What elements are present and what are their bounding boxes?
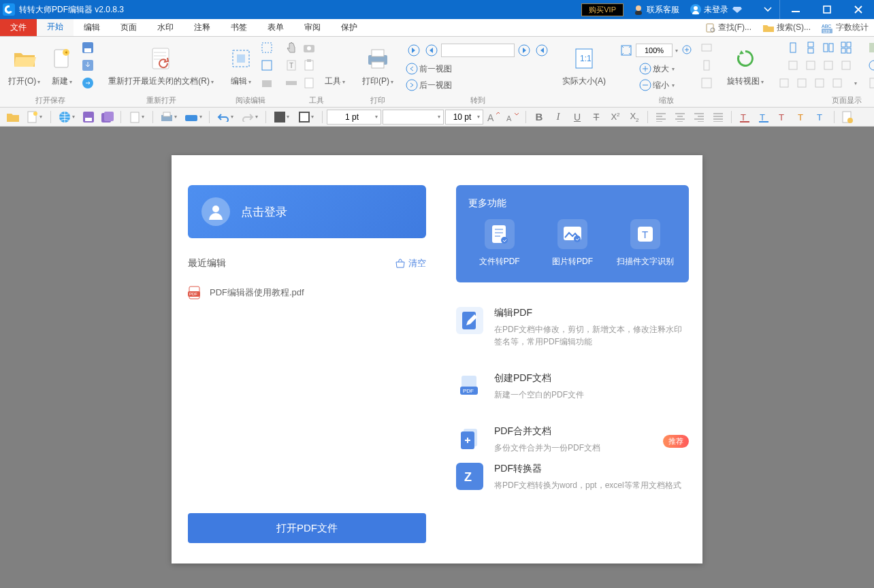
tab-page[interactable]: 页面 xyxy=(110,19,147,36)
stroke-color-button[interactable]: ▾ xyxy=(295,109,318,125)
qat-open-button[interactable] xyxy=(4,109,22,125)
align-left-button[interactable] xyxy=(652,109,670,125)
docinfo-button[interactable] xyxy=(301,75,317,91)
line-width-field[interactable]: 1 pt▾ xyxy=(327,110,381,125)
text-tool-button[interactable]: T xyxy=(283,57,300,74)
qat-print-button[interactable]: ▾ xyxy=(157,109,180,125)
view-opt1-button[interactable] xyxy=(866,57,874,74)
rotate-view-button[interactable]: 旋转视图▾ xyxy=(723,39,768,88)
bold-button[interactable]: B xyxy=(530,109,548,125)
single-page-button[interactable] xyxy=(785,39,801,56)
ocr-button[interactable]: T 扫描件文字识别 xyxy=(615,219,676,267)
disp-opt2-button[interactable] xyxy=(803,57,819,74)
camera-button[interactable] xyxy=(301,39,317,56)
tab-bookmark[interactable]: 书签 xyxy=(221,19,257,36)
qat-new-button[interactable]: ▾ xyxy=(23,109,46,125)
font-family-field[interactable]: ▾ xyxy=(383,110,444,125)
highlight5-button[interactable]: T xyxy=(812,109,830,125)
feature-create-pdf[interactable]: PDF 创建PDF文档新建一个空白的PDF文件 xyxy=(456,372,689,401)
hand-icon-button[interactable] xyxy=(283,39,300,56)
feature-convert-pdf[interactable]: Z PDF转换器将PDF文档转换为word，ppt，excel等常用文档格式 xyxy=(456,463,689,491)
tab-review[interactable]: 审阅 xyxy=(294,19,331,36)
open-button[interactable]: 打开(O)▾ xyxy=(4,39,44,88)
clear-recent-button[interactable]: 清空 xyxy=(395,257,426,270)
disp-opt1-button[interactable] xyxy=(785,57,801,74)
align-center-button[interactable] xyxy=(671,109,689,125)
recent-file-item[interactable]: PDF PDF编辑器使用教程.pdf xyxy=(188,282,426,304)
prev-page-button[interactable] xyxy=(423,42,440,59)
font-shrink-button[interactable]: A xyxy=(504,109,521,125)
save-button[interactable] xyxy=(80,39,96,56)
align-right-button[interactable] xyxy=(690,109,708,125)
italic-button[interactable]: I xyxy=(549,109,567,125)
measure-button[interactable] xyxy=(283,75,300,91)
highlight2-button[interactable]: T xyxy=(755,109,773,125)
highlight3-button[interactable]: T xyxy=(774,109,792,125)
fit-visible-button[interactable] xyxy=(698,75,715,91)
qat-save-all-button[interactable] xyxy=(99,109,116,125)
login-card[interactable]: 点击登录 xyxy=(188,185,426,238)
view-opt4-button[interactable] xyxy=(866,75,874,91)
tab-form[interactable]: 表单 xyxy=(257,19,294,36)
disp-opt5-button[interactable] xyxy=(776,75,792,91)
login-status-button[interactable]: 未登录 xyxy=(690,4,745,16)
image-to-pdf-button[interactable]: 图片转PDF xyxy=(542,219,603,267)
doc-props-button[interactable] xyxy=(839,109,856,125)
contact-support-button[interactable]: 联系客服 xyxy=(633,4,679,16)
font-size-field[interactable]: 10 pt▾ xyxy=(445,110,483,125)
facing-button[interactable] xyxy=(820,39,837,56)
next-view-button[interactable]: 后一视图 xyxy=(406,79,452,91)
zoom-input[interactable] xyxy=(636,44,673,57)
qat-save-button[interactable] xyxy=(80,109,97,125)
prev-view-button[interactable]: 前一视图 xyxy=(406,63,452,75)
qat-scan-button[interactable]: ▾ xyxy=(182,109,205,125)
fit-page-button[interactable] xyxy=(618,42,634,59)
print-button[interactable]: 打印(P)▾ xyxy=(358,39,398,88)
actual-size-button[interactable]: 1:1 实际大小(A) xyxy=(558,39,610,87)
tab-annotate[interactable]: 注释 xyxy=(184,19,221,36)
disp-more-button[interactable]: ▾ xyxy=(847,75,863,91)
page-number-input[interactable] xyxy=(441,44,515,57)
find-button[interactable]: 查找(F)... xyxy=(700,22,757,33)
tab-file[interactable]: 文件 xyxy=(0,19,37,36)
save-as-button[interactable] xyxy=(80,57,96,74)
disp-opt4-button[interactable] xyxy=(838,57,854,74)
superscript-button[interactable]: X2 xyxy=(606,109,624,125)
snapshot-button[interactable] xyxy=(259,75,275,91)
select-tool-button[interactable] xyxy=(259,57,275,74)
facing-continuous-button[interactable] xyxy=(838,39,854,56)
continuous-button[interactable] xyxy=(803,39,819,56)
tab-watermark[interactable]: 水印 xyxy=(147,19,184,36)
search-button[interactable]: 搜索(S)... xyxy=(757,22,816,33)
disp-opt6-button[interactable] xyxy=(794,75,810,91)
tab-edit[interactable]: 编辑 xyxy=(74,19,110,36)
disp-opt8-button[interactable] xyxy=(829,75,845,91)
reopen-recent-button[interactable]: 重新打开最近关闭的文档(R)▾ xyxy=(104,39,218,88)
fit-height-button[interactable] xyxy=(698,57,715,74)
disp-opt7-button[interactable] xyxy=(811,75,828,91)
wordcount-button[interactable]: ABC123字数统计 xyxy=(816,22,874,33)
maximize-button[interactable] xyxy=(811,0,843,19)
minimize-button[interactable] xyxy=(780,0,811,19)
tab-protect[interactable]: 保护 xyxy=(331,19,368,36)
first-page-button[interactable] xyxy=(406,42,422,59)
align-justify-button[interactable] xyxy=(709,109,727,125)
qat-copy-page-button[interactable]: ▾ xyxy=(125,109,148,125)
window-menu-button[interactable] xyxy=(756,0,780,19)
file-to-pdf-button[interactable]: 文件转PDF xyxy=(469,219,530,267)
bg-color1-button[interactable] xyxy=(866,39,874,56)
zoom-in-top-button[interactable] xyxy=(679,42,696,59)
clipboard-button[interactable] xyxy=(301,57,317,74)
feature-merge-pdf[interactable]: PDF合并文档多份文件合并为一份PDF文档 xyxy=(456,425,689,454)
qat-redo-button[interactable]: ▾ xyxy=(238,109,261,125)
fill-color-button[interactable]: ▾ xyxy=(270,109,293,125)
tools-dropdown[interactable]: 工具▾ xyxy=(320,39,350,88)
highlight4-button[interactable]: T xyxy=(793,109,811,125)
new-button[interactable]: ✶ 新建▾ xyxy=(47,39,77,88)
open-pdf-button[interactable]: 打开PDF文件 xyxy=(188,513,426,543)
feature-edit-pdf[interactable]: 编辑PDF在PDF文档中修改，剪切，新增文本，修改注释水印签名等，常用PDF编辑… xyxy=(456,307,689,348)
underline-button[interactable]: U xyxy=(568,109,586,125)
tab-start[interactable]: 开始 xyxy=(37,19,74,36)
disp-opt3-button[interactable] xyxy=(820,57,837,74)
zoom-in-button[interactable]: 放大▾ xyxy=(639,63,675,75)
